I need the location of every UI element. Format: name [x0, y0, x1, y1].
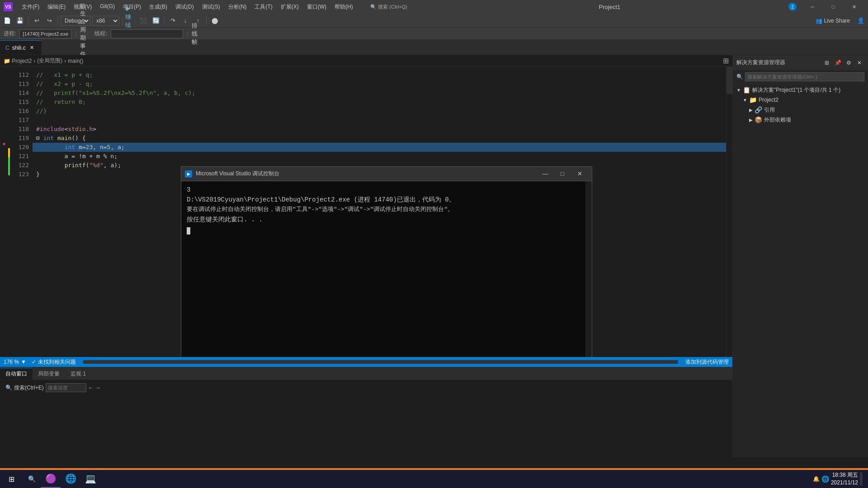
tab-shili-close[interactable]: ✕: [28, 44, 36, 52]
breakpoint-btn[interactable]: ⬤: [209, 15, 220, 26]
sidebar-title: 解决方案资源管理器: [736, 59, 820, 66]
sidebar-close-sidebar-btn[interactable]: ✕: [854, 58, 864, 68]
tree-references[interactable]: ▶ 🔗 引用: [733, 105, 868, 115]
code-118: #include<stdio.h>: [33, 125, 726, 134]
menu-debug[interactable]: 调试(D): [172, 2, 198, 12]
menu-help[interactable]: 帮助(H): [331, 2, 357, 12]
ln-117: 117: [10, 116, 29, 125]
menu-extensions[interactable]: 扩展(X): [277, 2, 302, 12]
taskbar-lang-icon[interactable]: 🌐: [821, 475, 829, 483]
menu-window[interactable]: 窗口(W): [303, 2, 330, 12]
process-label: 进程:: [4, 30, 16, 38]
maximize-button[interactable]: □: [823, 0, 844, 14]
thread-value[interactable]: [111, 29, 183, 38]
taskbar-time[interactable]: 18:38 周五 2021/11/12: [831, 471, 858, 487]
zoom-status[interactable]: 176 % ▼: [4, 359, 26, 365]
redo-btn[interactable]: ↪: [44, 15, 55, 26]
date-value: 2021/11/12: [831, 479, 858, 487]
lifecycle-btn[interactable]: ☑ 生命周期事件▼: [80, 28, 91, 39]
console-window[interactable]: ▶ Microsoft Visual Studio 调试控制台 — □ ✕ 3 …: [181, 166, 592, 357]
ln-120: 120: [10, 143, 29, 152]
menu-build[interactable]: 生成(B): [146, 2, 171, 12]
tree-solution[interactable]: ▼ 📋 解决方案"Project1"(1 个项目/共 1 个): [733, 85, 868, 95]
tab-local-vars[interactable]: 局部变量: [33, 368, 65, 380]
sidebar-collapse-btn[interactable]: ⊞: [822, 58, 832, 68]
vs-logo: VS: [4, 2, 13, 11]
live-share-button[interactable]: 👥 Live Share: [812, 17, 854, 25]
code-119: ⊟ int main() {: [33, 134, 726, 143]
platform-dropdown[interactable]: x86: [92, 16, 119, 26]
menu-git[interactable]: Git(G): [96, 2, 118, 12]
search-nav-fwd[interactable]: →: [95, 385, 101, 391]
notification-badge[interactable]: 2: [788, 3, 797, 11]
menu-analyze[interactable]: 分析(N): [225, 2, 250, 12]
gutter-119: [0, 130, 8, 139]
code-113: // x2 = p - q;: [33, 80, 726, 89]
minimize-button[interactable]: ─: [802, 0, 823, 14]
gutter-116: [0, 103, 8, 112]
sep-d2: |: [187, 31, 188, 37]
save-btn[interactable]: 💾: [14, 15, 25, 26]
ln-121: 121: [10, 152, 29, 161]
status-right: 添加到源代码管理: [685, 358, 729, 366]
tab-watch-1[interactable]: 监视 1: [65, 368, 91, 380]
bc-func[interactable]: main(): [68, 58, 83, 64]
tree-project2[interactable]: ▼ 📁 Project2: [733, 95, 868, 105]
editor-and-bottom: 📁 Project2 › (全局范围) › main() ⊞: [0, 55, 732, 457]
step-into-btn[interactable]: ↓: [180, 15, 191, 26]
tree-external-deps[interactable]: ▶ 📦 外部依赖项: [733, 115, 868, 125]
console-minimize-btn[interactable]: —: [537, 168, 554, 180]
menu-test[interactable]: 测试(S): [198, 2, 224, 12]
search-input[interactable]: [48, 385, 84, 390]
error-status[interactable]: ✓ 未找到相关问题: [32, 358, 76, 366]
account-btn[interactable]: 👤: [855, 15, 866, 26]
menu-file[interactable]: 文件(F): [18, 2, 43, 12]
tab-auto-window[interactable]: 自动窗口: [0, 368, 33, 380]
close-button[interactable]: ✕: [844, 0, 864, 14]
stop-btn[interactable]: ⬛: [138, 15, 149, 26]
new-file-btn[interactable]: 📄: [2, 15, 13, 26]
code-117: [33, 116, 726, 125]
sep4: [164, 16, 165, 25]
undo-btn[interactable]: ↩: [31, 15, 42, 26]
console-body: 3 D:\VS2019Cyuyan\Project1\Debug\Project…: [181, 181, 592, 357]
collapse-all-btn[interactable]: ⊞: [723, 56, 729, 65]
search-nav-back[interactable]: ←: [88, 385, 94, 391]
continue-btn[interactable]: ▶ 继续(C): [125, 15, 136, 26]
sidebar-pin-btn[interactable]: 📌: [833, 58, 843, 68]
window-controls: ─ □ ✕: [802, 0, 864, 14]
console-scrollbar[interactable]: [585, 181, 592, 357]
taskbar-app-code[interactable]: 💻: [80, 470, 100, 488]
search-box[interactable]: [46, 383, 86, 392]
breakpoint-gutter: ●: [0, 67, 8, 357]
process-value[interactable]: [14740] Project2.exe: [19, 29, 71, 38]
menu-edit[interactable]: 编辑(E): [44, 2, 69, 12]
sidebar-settings-btn[interactable]: ⚙: [844, 58, 854, 68]
ln-118: 118: [10, 125, 29, 134]
taskbar-app-vs[interactable]: 🟣: [41, 470, 61, 488]
step-over-btn[interactable]: ↷: [167, 15, 178, 26]
menu-tools[interactable]: 工具(T): [251, 2, 276, 12]
stack-frame-btn[interactable]: 排线帧: [192, 28, 203, 39]
taskbar-show-desktop[interactable]: [860, 472, 863, 486]
taskbar-search-btn[interactable]: 🔍: [23, 470, 41, 488]
console-maximize-btn[interactable]: □: [554, 168, 571, 180]
bc-sep1: ›: [33, 58, 35, 64]
console-close-btn[interactable]: ✕: [571, 168, 588, 180]
sidebar-search-input[interactable]: [745, 72, 864, 81]
taskbar-app-chrome[interactable]: 🌐: [61, 470, 80, 488]
code-112: // x1 = p + q;: [33, 70, 726, 80]
console-line-3: 要在调试停止时自动关闭控制台，请启用"工具"->"选项"->"调试"->"调试停…: [187, 205, 580, 215]
console-line-2: D:\VS2019Cyuyan\Project1\Debug\Project2.…: [187, 195, 580, 205]
taskbar-notify-icon[interactable]: 🔔: [813, 476, 820, 482]
tab-shili[interactable]: C shili.c ✕: [0, 40, 42, 55]
tab-shili-label: shili.c: [12, 45, 26, 51]
console-title: Microsoft Visual Studio 调试控制台: [196, 170, 533, 178]
bc-scope[interactable]: (全局范围): [37, 57, 62, 65]
ln-123: 123: [10, 170, 29, 179]
scrollbar-indicator[interactable]: [83, 360, 678, 364]
start-button[interactable]: ⊞: [0, 470, 23, 488]
vs-taskbar-icon: 🟣: [45, 473, 57, 484]
restart-btn[interactable]: 🔄: [151, 15, 161, 26]
bc-project: 📁 Project2: [4, 58, 32, 64]
